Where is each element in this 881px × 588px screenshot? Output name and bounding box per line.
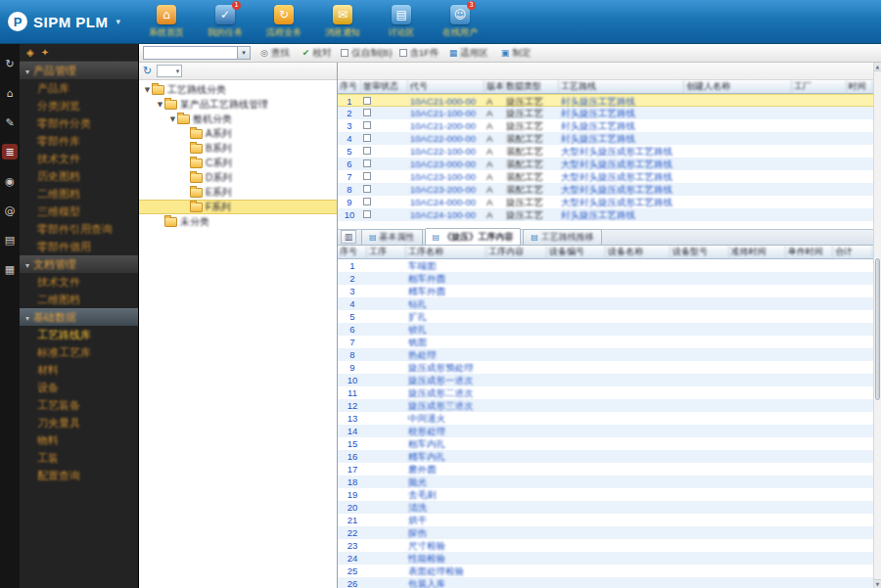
row-checkbox[interactable] bbox=[363, 198, 371, 205]
op-row[interactable]: 22探伤 bbox=[338, 526, 873, 539]
op-row[interactable]: 16精车内孔 bbox=[338, 450, 873, 463]
column-header-序号[interactable]: 序号 bbox=[338, 246, 367, 258]
tree-node-F系列[interactable]: F系列 bbox=[139, 200, 337, 214]
sidebar-item-工装[interactable]: 工装 bbox=[20, 449, 138, 467]
route-link[interactable]: 大型封头旋压成形工艺路线 bbox=[559, 145, 684, 158]
sidebar-item-零部件分类[interactable]: 零部件分类 bbox=[20, 114, 138, 132]
row-checkbox[interactable] bbox=[363, 121, 371, 129]
column-header-工序[interactable]: 工序 bbox=[367, 246, 406, 258]
op-row[interactable]: 2粗车外圆 bbox=[338, 272, 873, 285]
op-name-link[interactable]: 探伤 bbox=[406, 526, 487, 539]
database-icon[interactable]: ≣ bbox=[2, 144, 18, 159]
op-row[interactable]: 21烘干 bbox=[338, 514, 873, 526]
column-header-创建人名称[interactable]: 创建人名称 bbox=[684, 80, 792, 93]
vertical-scrollbar[interactable]: ▲ ▼ bbox=[873, 63, 881, 588]
combo-caret-icon[interactable]: ▾ bbox=[237, 47, 250, 59]
route-row[interactable]: 610AC23-000-00A装配工艺大型封头旋压成形工艺路线 bbox=[338, 158, 873, 170]
tree-node-整机分类[interactable]: ▼整机分类 bbox=[139, 112, 337, 126]
toolbar-button-校对[interactable]: ✔校对 bbox=[300, 46, 335, 61]
expander-icon[interactable]: ▼ bbox=[156, 101, 164, 109]
op-name-link[interactable]: 性能检验 bbox=[406, 552, 487, 565]
part-code-link[interactable]: 10AC21-000-00 bbox=[408, 95, 485, 106]
toolbar-button-查找[interactable]: ◎查找 bbox=[257, 46, 293, 61]
home-icon[interactable]: ⌂ bbox=[2, 85, 18, 101]
route-link[interactable]: 大型封头旋压成形工艺路线 bbox=[559, 158, 684, 170]
sidebar-item-零部件借用[interactable]: 零部件借用 bbox=[20, 238, 138, 255]
tab-《旋压》工序内容[interactable]: ▤《旋压》工序内容 bbox=[425, 228, 522, 245]
logo[interactable]: P SIPM PLM ▾ bbox=[0, 12, 134, 31]
sidebar-item-工艺装备[interactable]: 工艺装备 bbox=[20, 396, 138, 414]
op-row[interactable]: 19去毛刺 bbox=[338, 488, 873, 501]
route-row[interactable]: 910AC24-000-00A旋压工艺大型封头旋压成形工艺路线 bbox=[338, 196, 873, 208]
sidebar-item-物料[interactable]: 物料 bbox=[20, 431, 138, 449]
column-header-签审状态[interactable]: 签审状态 bbox=[361, 80, 408, 93]
op-name-link[interactable]: 包装入库 bbox=[406, 577, 487, 588]
op-name-link[interactable]: 旋压成形二道次 bbox=[406, 386, 487, 399]
column-header-工序名称[interactable]: 工序名称 bbox=[406, 246, 487, 258]
part-code-link[interactable]: 10AC21-100-00 bbox=[408, 107, 485, 119]
nav-item-board[interactable]: ▤讨论区 bbox=[379, 5, 424, 39]
op-name-link[interactable]: 抛光 bbox=[406, 475, 487, 488]
toolbar-button-适用区[interactable]: ▦适用区 bbox=[446, 46, 491, 61]
row-checkbox[interactable] bbox=[363, 172, 371, 180]
op-row[interactable]: 12旋压成形三道次 bbox=[338, 399, 873, 412]
op-row[interactable]: 23尺寸检验 bbox=[338, 539, 873, 552]
sidebar-item-刀夹量具[interactable]: 刀夹量具 bbox=[20, 414, 138, 431]
edit-icon[interactable]: ✎ bbox=[2, 114, 18, 130]
sidebar-item-产品库[interactable]: 产品库 bbox=[20, 79, 138, 97]
op-name-link[interactable]: 热处理 bbox=[406, 348, 487, 361]
sidebar-item-标准工艺库[interactable]: 标准工艺库 bbox=[20, 343, 138, 361]
sidebar-item-分类浏览[interactable]: 分类浏览 bbox=[20, 97, 138, 114]
op-row[interactable]: 6铰孔 bbox=[338, 323, 873, 336]
column-header-工序内容[interactable]: 工序内容 bbox=[487, 246, 547, 258]
row-checkbox[interactable] bbox=[363, 134, 371, 142]
column-header-准终时间[interactable]: 准终时间 bbox=[729, 246, 786, 258]
tree-node-C系列[interactable]: C系列 bbox=[139, 156, 337, 170]
sidebar-item-设备[interactable]: 设备 bbox=[20, 379, 138, 396]
row-checkbox[interactable] bbox=[363, 185, 371, 193]
column-header-版本[interactable]: 版本 bbox=[485, 80, 504, 93]
row-checkbox[interactable] bbox=[363, 147, 371, 155]
sidebar-item-文档管理[interactable]: ▾文档管理 bbox=[20, 255, 138, 273]
scroll-down-button[interactable]: ▼ bbox=[874, 579, 881, 588]
tree-node-某产品工艺路线管理[interactable]: ▼某产品工艺路线管理 bbox=[139, 97, 337, 112]
filter-combo[interactable]: ▾ bbox=[143, 46, 251, 60]
toolbar-button-制定[interactable]: ▣制定 bbox=[498, 46, 534, 61]
column-header-工艺路线[interactable]: 工艺路线 bbox=[559, 80, 684, 93]
column-header-代号[interactable]: 代号 bbox=[408, 80, 485, 93]
column-header-单件时间[interactable]: 单件时间 bbox=[786, 246, 833, 258]
sidebar-item-基础数据[interactable]: ▾基础数据 bbox=[20, 308, 138, 326]
expander-icon[interactable]: ▼ bbox=[168, 115, 177, 123]
op-row[interactable]: 8热处理 bbox=[338, 348, 873, 361]
tree-node-未分类[interactable]: 未分类 bbox=[139, 214, 337, 229]
sidebar-item-配置查询[interactable]: 配置查询 bbox=[20, 467, 138, 484]
expander-icon[interactable]: ▼ bbox=[143, 86, 152, 94]
sidebar-item-零部件引用查询[interactable]: 零部件引用查询 bbox=[20, 220, 138, 238]
op-name-link[interactable]: 精车内孔 bbox=[406, 450, 487, 463]
sidebar-item-技术文件[interactable]: 技术文件 bbox=[20, 273, 138, 291]
checkbox[interactable] bbox=[399, 49, 407, 57]
route-row[interactable]: 1010AC24-100-00A旋压工艺封头旋压工艺路线 bbox=[338, 208, 873, 221]
sidebar-item-三维模型[interactable]: 三维模型 bbox=[20, 203, 138, 220]
tree-node-E系列[interactable]: E系列 bbox=[139, 185, 337, 200]
op-row[interactable]: 3精车外圆 bbox=[338, 285, 873, 297]
op-name-link[interactable]: 中间退火 bbox=[406, 412, 487, 425]
op-row[interactable]: 10旋压成形一道次 bbox=[338, 374, 873, 386]
sidebar-item-材料[interactable]: 材料 bbox=[20, 361, 138, 379]
row-checkbox[interactable] bbox=[363, 210, 371, 218]
nav-item-mail[interactable]: ✉消息通知 bbox=[320, 5, 365, 39]
sidebar-item-零部件库[interactable]: 零部件库 bbox=[20, 132, 138, 150]
op-row[interactable]: 1车端面 bbox=[338, 259, 873, 272]
sidebar-pin-icon[interactable]: ✦ bbox=[41, 47, 49, 58]
row-checkbox[interactable] bbox=[363, 97, 371, 105]
route-row[interactable]: 110AC21-000-00A旋压工艺封头旋压工艺路线 bbox=[338, 94, 873, 107]
op-name-link[interactable]: 旋压成形预处理 bbox=[406, 361, 487, 374]
mention-icon[interactable]: @ bbox=[2, 203, 18, 218]
op-name-link[interactable]: 尺寸检验 bbox=[406, 539, 487, 552]
route-row[interactable]: 310AC21-200-00A旋压工艺封头旋压工艺路线 bbox=[338, 119, 873, 132]
toolbar-checkbox-仅自制(B)[interactable]: 仅自制(B) bbox=[341, 47, 392, 60]
op-row[interactable]: 7铣面 bbox=[338, 336, 873, 348]
logo-caret-icon[interactable]: ▾ bbox=[116, 17, 121, 26]
sidebar-item-二维图档[interactable]: 二维图档 bbox=[20, 185, 138, 203]
tree-node-A系列[interactable]: A系列 bbox=[139, 126, 337, 141]
